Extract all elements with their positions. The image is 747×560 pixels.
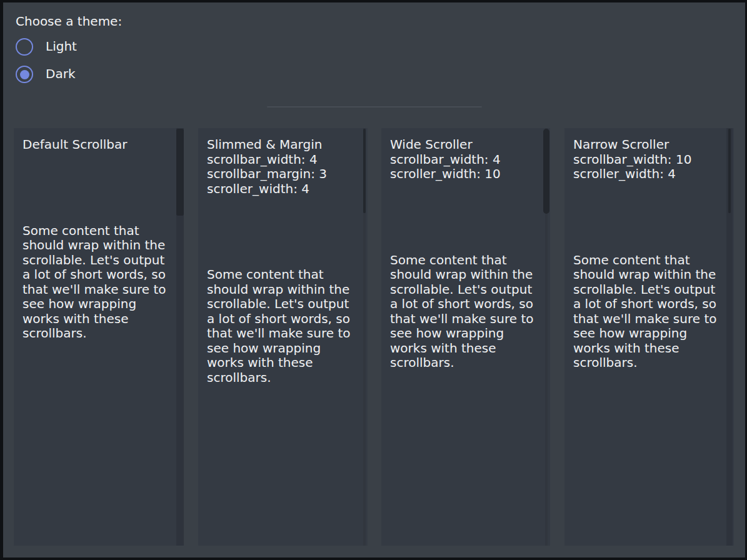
radio-option-light[interactable]: Light [16, 38, 77, 56]
panel-body-text: Some content that should wrap within the… [390, 253, 538, 371]
scroll-panel-narrow-scroller[interactable]: Narrow Scroller scrollbar_width: 10 scro… [564, 128, 734, 546]
panel-title: Slimmed & Margin [207, 138, 354, 152]
panel-param: scroller_width: 10 [390, 167, 537, 182]
panel-body-text: Some content that should wrap within the… [573, 253, 721, 371]
scroll-panel-slimmed-margin[interactable]: Slimmed & Margin scrollbar_width: 4 scro… [198, 128, 368, 546]
panel-header: Slimmed & Margin scrollbar_width: 4 scro… [207, 138, 354, 196]
panel-title: Wide Scroller [390, 138, 537, 152]
theme-prompt: Choose a theme: [16, 14, 122, 29]
panel-param: scrollbar_width: 4 [207, 152, 354, 168]
panel-header: Wide Scroller scrollbar_width: 4 scrolle… [390, 138, 537, 182]
scrollbar-thumb[interactable] [176, 129, 184, 216]
panel-body-text: Some content that should wrap within the… [207, 268, 354, 385]
radio-option-dark[interactable]: Dark [16, 66, 75, 83]
panel-header: Default Scrollbar [23, 138, 171, 152]
scroll-panel-wide-scroller[interactable]: Wide Scroller scrollbar_width: 4 scrolle… [381, 128, 550, 546]
scrollbar-thumb[interactable] [543, 129, 549, 214]
scrollbar-thumb[interactable] [728, 129, 731, 213]
divider [267, 106, 482, 108]
radio-option-label: Light [46, 39, 77, 54]
radio-option-label: Dark [46, 67, 75, 82]
panel-param: scrollbar_width: 4 [390, 152, 537, 168]
panel-title: Default Scrollbar [23, 138, 171, 152]
scroll-panel-default-scrollbar[interactable]: Default Scrollbar Some content that shou… [14, 128, 184, 546]
panel-param: scroller_width: 4 [207, 182, 354, 197]
panel-param: scroller_width: 4 [573, 167, 721, 182]
radio-icon[interactable] [16, 38, 33, 56]
panel-param: scrollbar_width: 10 [573, 152, 721, 168]
panel-header: Narrow Scroller scrollbar_width: 10 scro… [573, 138, 721, 182]
panel-title: Narrow Scroller [573, 138, 721, 152]
app-window: Choose a theme: Light Dark Default Scrol… [0, 0, 747, 560]
radio-icon[interactable] [16, 66, 33, 83]
panel-body-text: Some content that should wrap within the… [23, 224, 170, 341]
radio-dot-icon [20, 70, 29, 79]
panel-param: scrollbar_margin: 3 [207, 167, 354, 182]
scrollbar-thumb[interactable] [363, 129, 366, 213]
